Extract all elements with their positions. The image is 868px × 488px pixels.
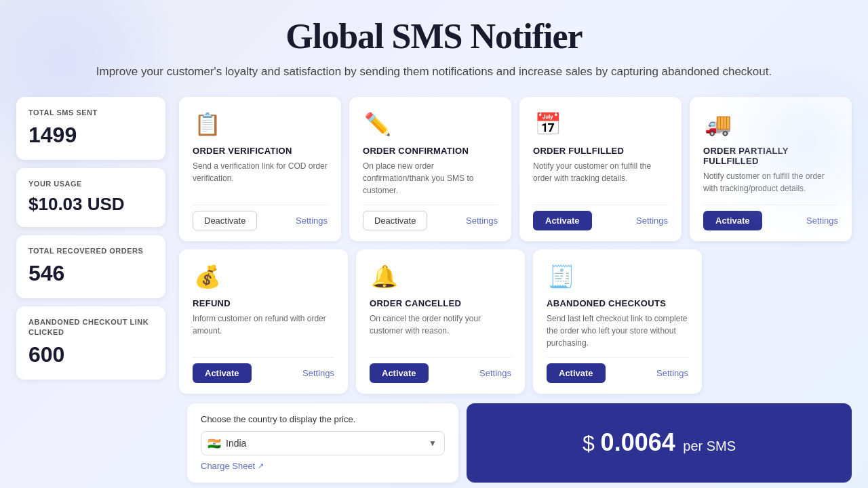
- order-confirmation-actions: Deactivate Settings: [363, 205, 498, 230]
- order-cancelled-settings-button[interactable]: Settings: [479, 368, 511, 378]
- abandoned-settings-button[interactable]: Settings: [656, 368, 688, 378]
- order-cancelled-desc: On cancel the order notify your customer…: [370, 312, 511, 349]
- order-cancelled-actions: Activate Settings: [370, 357, 511, 383]
- card-order-fulfilled: 📅 ORDER FULLFILLED Notify your customer …: [519, 97, 682, 241]
- main-layout: TOTAL SMS SENT 1499 YOUR USAGE $10.03 US…: [0, 97, 868, 394]
- external-link-icon: ↗: [258, 462, 264, 470]
- refund-activate-button[interactable]: Activate: [193, 363, 252, 383]
- order-partial-icon: 🚚: [703, 109, 733, 139]
- stat-abandoned-label: ABANDONED CHECKOUT LINK CLICKED: [28, 317, 153, 337]
- order-verification-settings-button[interactable]: Settings: [296, 216, 328, 226]
- header: Global SMS Notifier Improve your custome…: [0, 16, 868, 81]
- order-confirmation-deactivate-button[interactable]: Deactivate: [363, 211, 427, 230]
- stat-card-abandoned: ABANDONED CHECKOUT LINK CLICKED 600: [16, 306, 165, 380]
- stat-recovered-value: 546: [28, 261, 153, 286]
- card-order-confirmation: ✏️ ORDER CONFIRMATION On place new order…: [349, 97, 511, 241]
- order-partial-actions: Activate Settings: [703, 205, 838, 230]
- page-title: Global SMS Notifier: [95, 16, 773, 56]
- stat-usage-label: YOUR USAGE: [28, 179, 153, 188]
- page-container: Global SMS Notifier Improve your custome…: [0, 0, 868, 488]
- country-flag: 🇮🇳: [208, 436, 221, 449]
- order-cancelled-title: ORDER CANCELLED: [370, 298, 511, 308]
- country-dropdown-wrapper: 🇮🇳 India United States United Kingdom ▼: [201, 431, 445, 455]
- order-fulfilled-actions: Activate Settings: [533, 205, 668, 230]
- card-order-cancelled: 🔔 ORDER CANCELLED On cancel the order no…: [356, 249, 525, 394]
- country-select-label: Choose the country to display the price.: [201, 414, 445, 424]
- order-fulfilled-title: ORDER FULLFILLED: [533, 146, 668, 156]
- order-confirmation-icon: ✏️: [363, 109, 393, 139]
- order-fulfilled-settings-button[interactable]: Settings: [636, 216, 668, 226]
- cards-row-1: 📋 ORDER VERIFICATION Send a verification…: [179, 97, 852, 241]
- price-banner: $ 0.0064 per SMS: [467, 403, 852, 483]
- order-fulfilled-icon: 📅: [533, 109, 563, 139]
- order-verification-desc: Send a verification link for COD order v…: [193, 160, 328, 197]
- order-cancelled-icon: 🔔: [370, 262, 399, 291]
- card-order-partial: 🚚 ORDER PARTIALLY FULLFILLED Notify cust…: [690, 97, 852, 241]
- stat-sms-sent-value: 1499: [28, 123, 153, 148]
- card-order-verification: 📋 ORDER VERIFICATION Send a verification…: [179, 97, 341, 241]
- header-subtitle: Improve your customer's loyalty and sati…: [95, 63, 773, 81]
- refund-desc: Inform customer on refund with order amo…: [193, 312, 334, 349]
- order-confirmation-desc: On place new order confirmation/thank yo…: [363, 160, 498, 197]
- order-partial-desc: Notify customer on fulfill the order wit…: [703, 170, 838, 197]
- order-cancelled-activate-button[interactable]: Activate: [370, 363, 429, 383]
- abandoned-title: ABANDONED CHECKOUTS: [547, 298, 688, 308]
- order-fulfilled-activate-button[interactable]: Activate: [533, 211, 592, 230]
- order-verification-actions: Deactivate Settings: [193, 205, 328, 230]
- refund-actions: Activate Settings: [193, 357, 334, 383]
- country-select-input[interactable]: India United States United Kingdom: [201, 431, 445, 455]
- order-confirmation-title: ORDER CONFIRMATION: [363, 146, 498, 156]
- refund-title: REFUND: [193, 298, 334, 308]
- order-partial-title: ORDER PARTIALLY FULLFILLED: [703, 146, 838, 166]
- refund-icon: 💰: [193, 262, 222, 291]
- order-fulfilled-desc: Notify your customer on fulfill the orde…: [533, 160, 668, 197]
- price-prefix: $: [583, 431, 601, 455]
- stat-abandoned-value: 600: [28, 342, 153, 367]
- country-select-box: Choose the country to display the price.…: [187, 403, 458, 483]
- stat-card-recovered: TOTAL RECOVERED ORDERS 546: [16, 235, 165, 298]
- charge-sheet-link[interactable]: Charge Sheet ↗: [201, 461, 264, 471]
- order-verification-title: ORDER VERIFICATION: [193, 146, 328, 156]
- stat-sms-sent-label: TOTAL SMS SENT: [28, 108, 153, 117]
- order-verification-deactivate-button[interactable]: Deactivate: [193, 211, 257, 230]
- card-refund: 💰 REFUND Inform customer on refund with …: [179, 249, 348, 394]
- price-amount: 0.0064: [601, 428, 675, 456]
- stats-sidebar: TOTAL SMS SENT 1499 YOUR USAGE $10.03 US…: [16, 97, 165, 394]
- price-display: $ 0.0064 per SMS: [583, 428, 736, 457]
- bottom-section: Choose the country to display the price.…: [0, 396, 868, 483]
- order-verification-icon: 📋: [193, 109, 222, 139]
- abandoned-actions: Activate Settings: [547, 357, 688, 383]
- stat-card-usage: YOUR USAGE $10.03 USD: [16, 168, 165, 227]
- abandoned-activate-button[interactable]: Activate: [547, 363, 606, 383]
- card-abandoned: 🧾 ABANDONED CHECKOUTS Send last left che…: [533, 249, 702, 394]
- order-confirmation-settings-button[interactable]: Settings: [466, 216, 498, 226]
- dropdown-chevron-icon: ▼: [429, 439, 437, 448]
- cards-area: 📋 ORDER VERIFICATION Send a verification…: [179, 97, 852, 394]
- stat-card-sms-sent: TOTAL SMS SENT 1499: [16, 97, 165, 160]
- abandoned-icon: 🧾: [547, 262, 576, 291]
- stat-recovered-label: TOTAL RECOVERED ORDERS: [28, 246, 153, 256]
- stat-usage-value: $10.03 USD: [28, 194, 153, 215]
- order-partial-settings-button[interactable]: Settings: [806, 216, 838, 226]
- order-partial-activate-button[interactable]: Activate: [703, 211, 762, 230]
- price-per: per SMS: [679, 439, 736, 453]
- abandoned-desc: Send last left checkout link to complete…: [547, 312, 688, 349]
- cards-row-2: 💰 REFUND Inform customer on refund with …: [179, 249, 852, 394]
- refund-settings-button[interactable]: Settings: [302, 368, 334, 378]
